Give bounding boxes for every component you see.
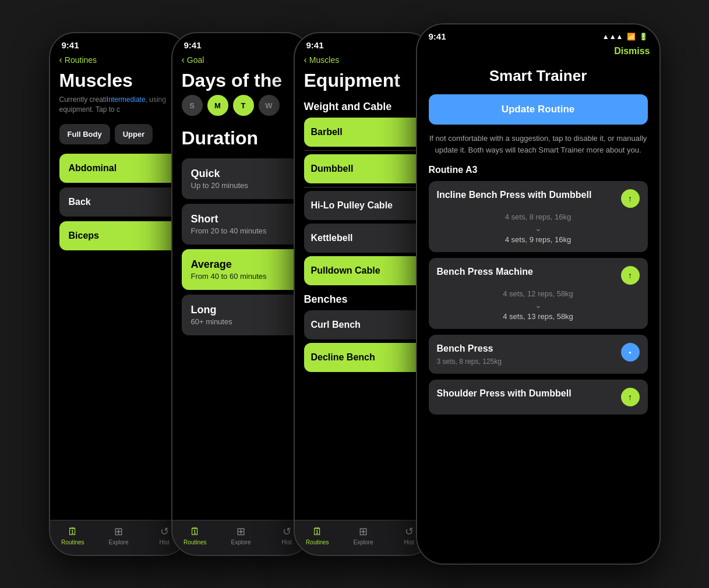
equip-pulldown[interactable]: Pulldown Cable [304,256,423,285]
status-bar-4: 9:41 ▲▲▲ 📶 🔋 [417,24,659,44]
equip-dumbbell[interactable]: Dumbbell [304,154,423,183]
status-icons-4: ▲▲▲ 📶 🔋 [602,33,648,41]
back-label-1: Routines [65,55,97,65]
status-time-3: 9:41 [306,40,324,50]
tab-explore-1[interactable]: ⊞ Explore [96,525,142,546]
back-arrow-2: ‹ [182,55,185,65]
screen1-title: Muscles [59,70,178,91]
tab-bar-3: 🗓 Routines ⊞ Explore ↺ Hist [295,520,432,555]
up-arrow-2: ↑ [628,271,632,280]
exercise-1-header: Incline Bench Press with Dumbbell ↑ [437,189,640,208]
muscle-list: Abdominal Back Biceps [59,154,178,250]
exercise-card-3: Bench Press 3 sets, 8 reps, 125kg ● [429,335,648,374]
nav-bar-1: ‹ Routines [50,52,188,70]
explore-icon-1: ⊞ [114,525,123,538]
tab-explore-3[interactable]: ⊞ Explore [340,525,386,546]
tab-explore-2[interactable]: ⊞ Explore [218,525,264,546]
wifi-icon: 📶 [627,33,636,41]
back-label-2: Goal [187,55,204,65]
routines-icon-3: 🗓 [312,526,323,538]
explore-label-2: Explore [231,539,251,546]
explore-label-1: Explore [109,539,129,546]
signal-icon: ▲▲▲ [602,33,623,41]
back-label-3: Muscles [309,55,339,65]
screen2-content: Days of the S M T W Duration Quick Up to… [172,70,310,520]
duration-average-desc: From 40 to 60 minutes [191,272,291,281]
weight-section-title: Weight and Cable [304,101,423,113]
exercise-4-header: Shoulder Press with Dumbbell ↑ [437,388,640,406]
equip-divider-2 [304,187,423,187]
screen1-content: Muscles Currently creatiIntermediate, us… [50,70,188,520]
equipment-list: Barbell Dumbbell Hi-Lo Pulley Cable Kett… [304,118,423,289]
duration-short-name: Short [191,213,291,225]
muscle-biceps[interactable]: Biceps [59,221,178,250]
smart-trainer-desc: If not comfortable with a suggestion, ta… [429,133,648,155]
equip-kettlebell[interactable]: Kettlebell [304,224,423,253]
hist-icon-3: ↺ [405,525,414,538]
exercise-2-chevron: ⌄ [437,300,640,310]
duration-short[interactable]: Short From 20 to 40 minutes [182,204,301,245]
phone2: 9:41 ‹ Goal Days of the S M T W Duration [171,32,311,556]
equip-curl-bench[interactable]: Curl Bench [304,310,423,339]
tab-routines-1[interactable]: 🗓 Routines [50,526,96,546]
tab-routines-3[interactable]: 🗓 Routines [295,526,341,546]
exercise-1-name: Incline Bench Press with Dumbbell [437,189,616,201]
exercise-4-up-btn[interactable]: ↑ [621,388,640,406]
tab-bar-1: 🗓 Routines ⊞ Explore ↺ Hist [50,520,188,555]
day-s[interactable]: S [182,95,203,116]
routines-icon-2: 🗓 [190,526,200,538]
exercise-2-header: Bench Press Machine ↑ [437,266,640,285]
equip-cable[interactable]: Hi-Lo Pulley Cable [304,191,423,220]
status-bar-1: 9:41 [50,33,188,52]
equip-barbell[interactable]: Barbell [304,118,423,147]
duration-average[interactable]: Average From 40 to 60 minutes [182,249,301,290]
muscle-abdominal[interactable]: Abdominal [59,154,178,183]
phone1: 9:41 ‹ Routines Muscles Currently creati… [49,32,189,556]
exercise-1-up-btn[interactable]: ↑ [621,189,640,208]
tab-routines-2[interactable]: 🗓 Routines [172,526,218,546]
equip-decline-bench[interactable]: Decline Bench [304,343,423,372]
back-button-1[interactable]: ‹ Routines [59,55,97,65]
explore-icon-3: ⊞ [359,525,368,538]
exercise-2-name: Bench Press Machine [437,266,616,278]
day-m[interactable]: M [207,95,228,116]
up-arrow-4: ↑ [628,392,632,402]
muscle-back[interactable]: Back [59,187,178,217]
back-button-2[interactable]: ‹ Goal [182,55,204,65]
status-time-2: 9:41 [184,40,202,50]
tab-bar-2: 🗓 Routines ⊞ Explore ↺ Hist [172,520,310,555]
day-w[interactable]: W [259,95,280,116]
duration-long[interactable]: Long 60+ minutes [182,295,301,335]
subtitle-link[interactable]: Intermediate [107,95,146,104]
exercise-4-name: Shoulder Press with Dumbbell [437,388,616,400]
screen2-partial-title: Days of the [182,70,301,91]
duration-list: Quick Up to 20 minutes Short From 20 to … [182,158,301,340]
nav-bar-2: ‹ Goal [172,52,310,70]
battery-icon: 🔋 [639,33,648,41]
hist-label-1: Hist [160,539,170,546]
duration-quick-desc: Up to 20 minutes [191,181,291,190]
routines-icon-1: 🗓 [68,526,78,538]
phone3: 9:41 ‹ Muscles Equipment Weight and Cabl… [294,32,433,556]
update-routine-button[interactable]: Update Routine [429,94,648,125]
back-arrow-3: ‹ [304,55,307,65]
status-bar-3: 9:41 [295,33,432,52]
day-t[interactable]: T [233,95,254,116]
tab-full-body[interactable]: Full Body [59,124,110,144]
exercise-2-up-btn[interactable]: ↑ [621,266,640,285]
tab-upper[interactable]: Upper [115,124,153,144]
status-time-1: 9:41 [62,40,79,50]
exercise-card-4: Shoulder Press with Dumbbell ↑ [429,380,648,415]
exercise-3-dot-btn[interactable]: ● [621,343,640,362]
equip-divider-1 [304,150,423,151]
screen3-title: Equipment [304,70,423,91]
duration-quick[interactable]: Quick Up to 20 minutes [182,158,301,199]
exercise-card-1: Incline Bench Press with Dumbbell ↑ 4 se… [429,181,648,252]
status-time-4: 9:41 [429,31,446,41]
duration-long-desc: 60+ minutes [191,317,291,326]
back-button-3[interactable]: ‹ Muscles [304,55,340,65]
bench-list: Curl Bench Decline Bench [304,310,423,376]
exercise-1-sets-old: 4 sets, 8 reps, 16kg [437,212,640,221]
smart-trainer-title: Smart Trainer [429,67,648,85]
dismiss-button[interactable]: Dismiss [614,46,650,56]
